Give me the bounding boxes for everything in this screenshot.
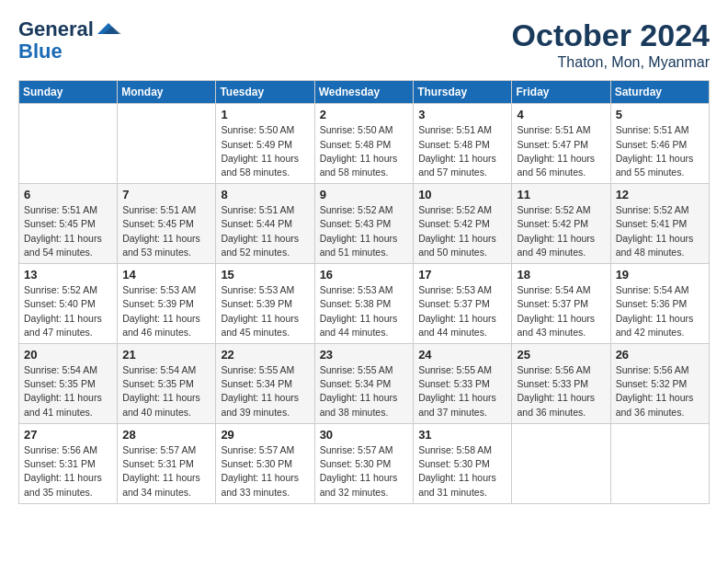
day-info: Sunrise: 5:54 AM Sunset: 5:36 PM Dayligh…	[616, 283, 704, 339]
location-title: Thaton, Mon, Myanmar	[512, 54, 710, 71]
day-info: Sunrise: 5:56 AM Sunset: 5:33 PM Dayligh…	[517, 363, 605, 419]
day-info: Sunrise: 5:55 AM Sunset: 5:33 PM Dayligh…	[418, 363, 506, 419]
day-number: 23	[320, 348, 409, 362]
day-number: 17	[418, 268, 506, 282]
day-number: 6	[24, 188, 112, 201]
calendar-cell: 6Sunrise: 5:51 AM Sunset: 5:45 PM Daylig…	[19, 184, 118, 264]
calendar-cell: 9Sunrise: 5:52 AM Sunset: 5:43 PM Daylig…	[314, 184, 414, 264]
calendar-cell: 21Sunrise: 5:54 AM Sunset: 5:35 PM Dayli…	[118, 344, 216, 424]
day-info: Sunrise: 5:53 AM Sunset: 5:38 PM Dayligh…	[320, 283, 409, 339]
col-header-thursday: Thursday	[414, 81, 512, 104]
day-number: 3	[418, 108, 506, 121]
day-number: 7	[122, 188, 210, 201]
day-number: 21	[122, 348, 210, 362]
calendar-cell: 28Sunrise: 5:57 AM Sunset: 5:31 PM Dayli…	[118, 423, 216, 503]
calendar-cell: 27Sunrise: 5:56 AM Sunset: 5:31 PM Dayli…	[19, 423, 118, 503]
day-number: 10	[418, 188, 506, 201]
calendar-table: SundayMondayTuesdayWednesdayThursdayFrid…	[18, 80, 710, 503]
day-info: Sunrise: 5:54 AM Sunset: 5:35 PM Dayligh…	[122, 363, 210, 419]
calendar-cell: 25Sunrise: 5:56 AM Sunset: 5:33 PM Dayli…	[512, 344, 610, 424]
day-info: Sunrise: 5:52 AM Sunset: 5:42 PM Dayligh…	[418, 203, 506, 259]
calendar-cell: 26Sunrise: 5:56 AM Sunset: 5:32 PM Dayli…	[610, 344, 709, 424]
calendar-cell: 8Sunrise: 5:51 AM Sunset: 5:44 PM Daylig…	[216, 184, 314, 264]
day-info: Sunrise: 5:54 AM Sunset: 5:35 PM Dayligh…	[24, 363, 112, 419]
col-header-tuesday: Tuesday	[216, 81, 314, 104]
calendar-cell: 23Sunrise: 5:55 AM Sunset: 5:34 PM Dayli…	[314, 344, 414, 424]
day-number: 27	[24, 428, 112, 442]
calendar-cell: 12Sunrise: 5:52 AM Sunset: 5:41 PM Dayli…	[610, 184, 709, 264]
day-number: 4	[517, 108, 605, 121]
day-info: Sunrise: 5:55 AM Sunset: 5:34 PM Dayligh…	[320, 363, 409, 419]
page-header: General Blue October 2024 Thaton, Mon, M…	[18, 18, 710, 71]
col-header-friday: Friday	[512, 81, 610, 104]
calendar-cell: 10Sunrise: 5:52 AM Sunset: 5:42 PM Dayli…	[414, 184, 512, 264]
day-number: 14	[122, 268, 210, 282]
day-info: Sunrise: 5:51 AM Sunset: 5:44 PM Dayligh…	[221, 203, 309, 259]
day-info: Sunrise: 5:56 AM Sunset: 5:32 PM Dayligh…	[616, 363, 704, 419]
calendar-cell: 17Sunrise: 5:53 AM Sunset: 5:37 PM Dayli…	[414, 264, 512, 344]
logo-icon	[94, 21, 123, 38]
day-info: Sunrise: 5:51 AM Sunset: 5:45 PM Dayligh…	[122, 203, 210, 259]
col-header-sunday: Sunday	[19, 81, 118, 104]
day-number: 31	[418, 428, 506, 442]
col-header-wednesday: Wednesday	[314, 81, 414, 104]
day-info: Sunrise: 5:53 AM Sunset: 5:39 PM Dayligh…	[122, 283, 210, 339]
calendar-cell: 3Sunrise: 5:51 AM Sunset: 5:48 PM Daylig…	[414, 104, 512, 184]
day-info: Sunrise: 5:51 AM Sunset: 5:46 PM Dayligh…	[616, 123, 704, 179]
day-number: 15	[221, 268, 309, 282]
day-number: 24	[418, 348, 506, 362]
title-area: October 2024 Thaton, Mon, Myanmar	[512, 18, 710, 71]
calendar-cell: 13Sunrise: 5:52 AM Sunset: 5:40 PM Dayli…	[19, 264, 118, 344]
logo: General Blue	[18, 18, 123, 63]
day-info: Sunrise: 5:52 AM Sunset: 5:41 PM Dayligh…	[616, 203, 704, 259]
calendar-cell: 24Sunrise: 5:55 AM Sunset: 5:33 PM Dayli…	[414, 344, 512, 424]
calendar-cell: 14Sunrise: 5:53 AM Sunset: 5:39 PM Dayli…	[118, 264, 216, 344]
day-number: 20	[24, 348, 112, 362]
day-number: 5	[616, 108, 704, 121]
calendar-cell	[610, 423, 709, 503]
day-number: 8	[221, 188, 309, 201]
calendar-cell: 11Sunrise: 5:52 AM Sunset: 5:42 PM Dayli…	[512, 184, 610, 264]
calendar-cell: 31Sunrise: 5:58 AM Sunset: 5:30 PM Dayli…	[414, 423, 512, 503]
day-info: Sunrise: 5:57 AM Sunset: 5:31 PM Dayligh…	[122, 443, 210, 500]
day-info: Sunrise: 5:53 AM Sunset: 5:37 PM Dayligh…	[418, 283, 506, 339]
calendar-cell: 2Sunrise: 5:50 AM Sunset: 5:48 PM Daylig…	[314, 104, 414, 184]
day-info: Sunrise: 5:57 AM Sunset: 5:30 PM Dayligh…	[320, 443, 409, 500]
col-header-monday: Monday	[118, 81, 216, 104]
day-number: 30	[320, 428, 409, 442]
logo-blue-text: Blue	[18, 40, 63, 63]
day-info: Sunrise: 5:51 AM Sunset: 5:45 PM Dayligh…	[24, 203, 112, 259]
day-number: 19	[616, 268, 704, 282]
day-number: 28	[122, 428, 210, 442]
day-info: Sunrise: 5:55 AM Sunset: 5:34 PM Dayligh…	[221, 363, 309, 419]
day-info: Sunrise: 5:52 AM Sunset: 5:43 PM Dayligh…	[320, 203, 409, 259]
calendar-cell: 20Sunrise: 5:54 AM Sunset: 5:35 PM Dayli…	[19, 344, 118, 424]
day-info: Sunrise: 5:52 AM Sunset: 5:42 PM Dayligh…	[517, 203, 605, 259]
calendar-cell: 30Sunrise: 5:57 AM Sunset: 5:30 PM Dayli…	[314, 423, 414, 503]
calendar-cell: 15Sunrise: 5:53 AM Sunset: 5:39 PM Dayli…	[216, 264, 314, 344]
col-header-saturday: Saturday	[610, 81, 709, 104]
day-info: Sunrise: 5:51 AM Sunset: 5:47 PM Dayligh…	[517, 123, 605, 179]
calendar-cell: 29Sunrise: 5:57 AM Sunset: 5:30 PM Dayli…	[216, 423, 314, 503]
day-number: 25	[517, 348, 605, 362]
day-info: Sunrise: 5:51 AM Sunset: 5:48 PM Dayligh…	[418, 123, 506, 179]
month-title: October 2024	[512, 18, 710, 52]
calendar-cell	[118, 104, 216, 184]
day-number: 18	[517, 268, 605, 282]
day-number: 26	[616, 348, 704, 362]
day-number: 22	[221, 348, 309, 362]
calendar-cell	[512, 423, 610, 503]
day-info: Sunrise: 5:58 AM Sunset: 5:30 PM Dayligh…	[418, 443, 506, 500]
day-info: Sunrise: 5:50 AM Sunset: 5:48 PM Dayligh…	[320, 123, 409, 179]
day-number: 12	[616, 188, 704, 201]
day-info: Sunrise: 5:52 AM Sunset: 5:40 PM Dayligh…	[24, 283, 112, 339]
day-number: 16	[320, 268, 409, 282]
calendar-cell	[19, 104, 118, 184]
day-info: Sunrise: 5:54 AM Sunset: 5:37 PM Dayligh…	[517, 283, 605, 339]
day-info: Sunrise: 5:57 AM Sunset: 5:30 PM Dayligh…	[221, 443, 309, 500]
day-number: 9	[320, 188, 409, 201]
day-number: 1	[221, 108, 309, 121]
day-number: 29	[221, 428, 309, 442]
day-info: Sunrise: 5:56 AM Sunset: 5:31 PM Dayligh…	[24, 443, 112, 500]
day-number: 13	[24, 268, 112, 282]
